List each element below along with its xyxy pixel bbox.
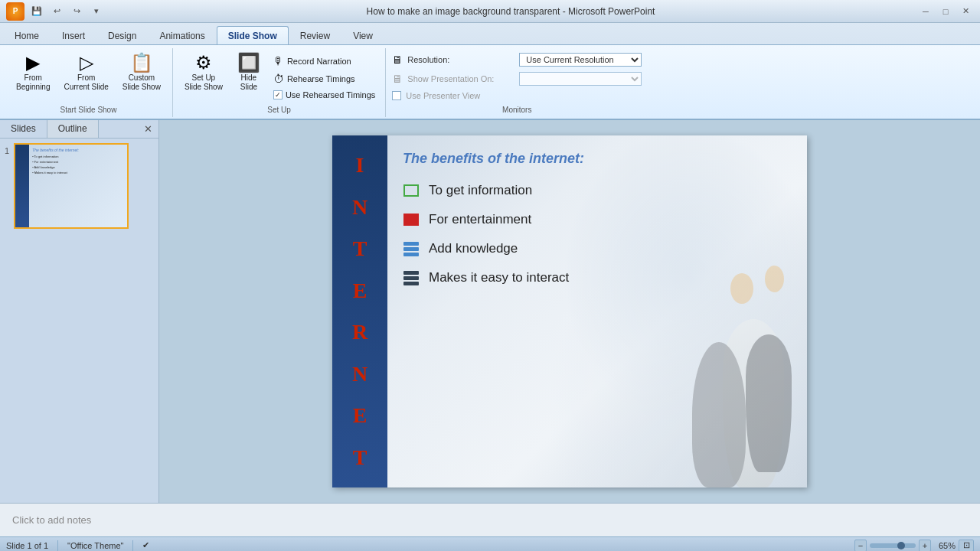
slide-info: Slide 1 of 1 (6, 541, 48, 550)
resolution-select[interactable]: Use Current Resolution (519, 53, 642, 67)
green-rect-icon (403, 184, 419, 197)
zoom-out-btn[interactable]: − (854, 540, 867, 552)
slide-panel: 1 The benefits of the internet: • To get… (0, 139, 158, 503)
letter-n2: N (352, 364, 368, 385)
setup-slideshow-btn[interactable]: ⚙ Set UpSlide Show (179, 50, 228, 96)
letter-e2: E (353, 405, 368, 426)
rehearse-timings-btn[interactable]: ⏱ Rehearse Timings (270, 70, 379, 87)
from-beginning-btn[interactable]: ▶ FromBeginning (11, 50, 55, 96)
tab-animations[interactable]: Animations (148, 26, 216, 44)
resolution-icon: 🖥 (392, 54, 403, 66)
use-rehearsed-checkbox[interactable]: ✓ (273, 90, 283, 99)
zoom-slider[interactable] (870, 543, 916, 548)
thumb-left-bar (15, 145, 29, 227)
ribbon-tab-bar: Home Insert Design Animations Slide Show… (0, 23, 980, 44)
close-btn[interactable]: ✕ (957, 3, 974, 20)
sidebar-tab-bar: Slides Outline ✕ (0, 120, 158, 139)
tab-insert[interactable]: Insert (51, 26, 96, 44)
fit-to-window-btn[interactable]: ⊡ (959, 540, 974, 552)
letter-n: N (352, 197, 368, 218)
slide-thumbnail-container: 1 The benefits of the internet: • To get… (5, 143, 154, 229)
titlebar-left: P 💾 ↩ ↪ ▾ (6, 2, 104, 21)
slide-item-4: Makes it easy to interact (403, 269, 792, 286)
notes-area[interactable]: Click to add notes (0, 503, 980, 536)
show-on-icon: 🖥 (392, 73, 403, 85)
presenter-view-label: Use Presenter View (406, 91, 513, 100)
theme-info: "Office Theme" (67, 541, 123, 550)
content-area: I N T E R N E T (159, 120, 980, 503)
tab-review[interactable]: Review (289, 26, 341, 44)
ribbon-content: ▶ FromBeginning ▷ FromCurrent Slide 📋 Cu… (0, 44, 980, 119)
custom-slideshow-btn[interactable]: 📋 CustomSlide Show (117, 50, 166, 96)
slide-item-text-2: For entertainment (429, 212, 531, 227)
titlebar-controls: ─ □ ✕ (917, 3, 974, 20)
slide-item-3: Add knowledge (403, 240, 792, 257)
slide-thumbnail[interactable]: The benefits of the internet: • To get i… (14, 143, 129, 229)
group-start-slideshow: ▶ FromBeginning ▷ FromCurrent Slide 📋 Cu… (5, 48, 173, 117)
slide-item-1: To get information (403, 182, 792, 199)
slide[interactable]: I N T E R N E T (332, 135, 807, 487)
tab-home[interactable]: Home (3, 26, 51, 44)
from-beginning-icon: ▶ (26, 54, 40, 72)
zoom-in-btn[interactable]: + (919, 540, 931, 552)
zoom-slider-thumb (897, 542, 905, 549)
use-rehearsed-label: Use Rehearsed Timings (286, 90, 375, 99)
penguin-art (639, 258, 792, 487)
statusbar-right: − + 65% ⊡ (854, 540, 974, 552)
redo-btn[interactable]: ↪ (69, 4, 84, 19)
record-narration-btn[interactable]: 🎙 Record Narration (270, 53, 379, 70)
show-on-row: 🖥 Show Presentation On: (392, 72, 642, 86)
status-sep-1 (57, 540, 58, 551)
setup-buttons: ⚙ Set UpSlide Show 🔲 HideSlide 🎙 Record … (179, 50, 379, 103)
maximize-btn[interactable]: □ (937, 3, 954, 20)
presenter-view-checkbox[interactable] (392, 91, 401, 100)
sidebar-close-btn[interactable]: ✕ (138, 120, 158, 138)
slide-title: The benefits of the internet: (403, 151, 792, 167)
qat-dropdown[interactable]: ▾ (89, 4, 104, 19)
from-current-btn[interactable]: ▷ FromCurrent Slide (58, 50, 113, 96)
show-on-select[interactable] (519, 72, 642, 86)
sidebar-tab-outline[interactable]: Outline (47, 120, 99, 138)
tab-design[interactable]: Design (96, 26, 148, 44)
office-logo: P (6, 2, 24, 21)
window-title: How to make an image background transpar… (104, 6, 917, 17)
quick-save-btn[interactable]: 💾 (29, 4, 44, 19)
item-icon-1 (403, 182, 420, 199)
ribbon: Home Insert Design Animations Slide Show… (0, 23, 980, 120)
notes-placeholder: Click to add notes (12, 514, 91, 526)
letter-t: T (353, 238, 368, 259)
tab-slideshow[interactable]: Slide Show (217, 26, 289, 44)
setup-small-buttons: 🎙 Record Narration ⏱ Rehearse Timings ✓ … (270, 50, 379, 102)
sidebar: Slides Outline ✕ 1 The benefits of the i… (0, 120, 159, 503)
group-monitors-label: Monitors (392, 103, 642, 116)
letter-t2: T (353, 447, 368, 468)
presenter-view-row: Use Presenter View (392, 91, 642, 100)
letter-i: I (356, 155, 364, 176)
statusbar: Slide 1 of 1 "Office Theme" ✔ − + 65% ⊡ (0, 536, 980, 551)
group-setup: ⚙ Set UpSlide Show 🔲 HideSlide 🎙 Record … (173, 48, 386, 117)
resolution-row: 🖥 Resolution: Use Current Resolution (392, 53, 642, 67)
item-icon-2 (403, 211, 420, 228)
dark-stack-icon (403, 271, 419, 285)
record-narration-icon: 🎙 (273, 55, 284, 67)
slide-item-2: For entertainment (403, 211, 792, 228)
sidebar-tab-slides[interactable]: Slides (0, 120, 47, 138)
tab-view[interactable]: View (341, 26, 384, 44)
record-narration-label: Record Narration (287, 57, 351, 66)
red-rect-icon (403, 214, 419, 226)
slide-number: 1 (5, 143, 9, 155)
group-start-label: Start Slide Show (11, 103, 166, 116)
use-rehearsed-btn[interactable]: ✓ Use Rehearsed Timings (270, 88, 379, 102)
hide-slide-btn[interactable]: 🔲 HideSlide (231, 50, 266, 96)
item-icon-3 (403, 240, 420, 257)
undo-btn[interactable]: ↩ (49, 4, 64, 19)
spellcheck-icon: ✔ (142, 540, 149, 550)
blue-stack-icon (403, 242, 419, 256)
start-slideshow-buttons: ▶ FromBeginning ▷ FromCurrent Slide 📋 Cu… (11, 50, 166, 103)
slide-main-content: The benefits of the internet: To get inf… (387, 135, 807, 487)
setup-slideshow-icon: ⚙ (195, 54, 212, 72)
hide-slide-icon: 🔲 (237, 54, 260, 72)
letter-e1: E (353, 280, 368, 302)
resolution-label: Resolution: (407, 55, 514, 64)
minimize-btn[interactable]: ─ (917, 3, 934, 20)
